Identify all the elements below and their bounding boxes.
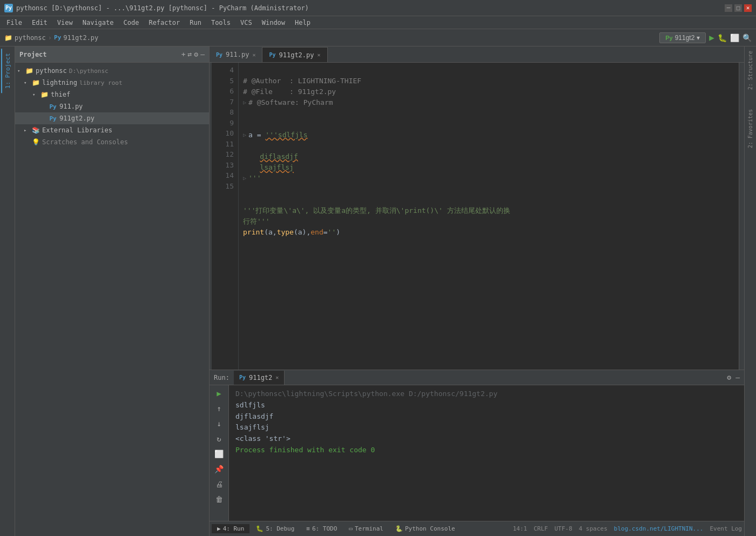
tree-item-911gt2py[interactable]: ▸ Py 911gt2.py — [15, 112, 209, 124]
scratches-icon: 💡 — [31, 138, 40, 146]
menu-run[interactable]: Run — [185, 18, 206, 28]
tab-todo[interactable]: ≡ 6: TODO — [301, 524, 342, 533]
left-strip: 1: Project — [0, 46, 15, 536]
breadcrumb: 📁 pythonsc › Py 911gt2.py — [4, 34, 657, 42]
line-ending[interactable]: CRLF — [534, 525, 548, 532]
branch-link[interactable]: blog.csdn.net/LIGHTNIN... — [614, 525, 704, 532]
run-scroll-down-button[interactable]: ↓ — [213, 418, 225, 430]
fold-icon-8[interactable]: ▷ — [243, 130, 246, 140]
menu-vcs[interactable]: VCS — [236, 18, 256, 28]
run-tab-py-icon: Py — [239, 374, 246, 380]
menu-edit[interactable]: Edit — [28, 18, 52, 28]
tree-item-pythonsc[interactable]: ▾ 📁 pythonsc D:\pythonsc — [15, 65, 209, 77]
tab-close-911gt2[interactable]: ✕ — [318, 52, 321, 58]
menu-tools[interactable]: Tools — [207, 18, 235, 28]
code-editor: 4 5 6 7 8 9 10 11 12 13 14 15 # @Author … — [210, 63, 744, 370]
file-tree: ▾ 📁 pythonsc D:\pythonsc ▾ 📁 lightning l… — [15, 63, 209, 536]
tree-item-external-libs[interactable]: ▸ 📚 External Libraries — [15, 124, 209, 136]
run-toolbar: ▶ ↑ ↓ ↻ ⬜ 📌 🖨 🗑 — [210, 385, 229, 521]
menu-view[interactable]: View — [53, 18, 77, 28]
cursor-position[interactable]: 14:1 — [513, 525, 528, 532]
run-stop-button[interactable]: ⬜ — [213, 448, 225, 460]
add-directory-icon[interactable]: + — [181, 50, 186, 58]
status-bar: 14:1 CRLF UTF-8 4 spaces blog.csdn.net/L… — [513, 525, 742, 532]
tree-arrow-thief: ▾ — [32, 92, 39, 97]
tab-run[interactable]: ▶ 4: Run — [212, 524, 249, 533]
run-print-button[interactable]: 🖨 — [213, 478, 225, 490]
fold-icon-11[interactable]: ▷ — [243, 173, 246, 184]
event-log[interactable]: Event Log — [710, 525, 742, 532]
structure-strip-tab[interactable]: 2: Structure — [746, 46, 754, 94]
sync-icon[interactable]: ⇄ — [188, 50, 192, 58]
run-close-button[interactable]: 🗑 — [213, 493, 225, 505]
menu-file[interactable]: File — [2, 18, 26, 28]
tab-911gt2py[interactable]: Py 911gt2.py ✕ — [262, 47, 327, 62]
toolbar-right: Py 911gt2 ▾ ▶ 🐛 ⬜ 🔍 — [659, 32, 752, 43]
indent[interactable]: 4 spaces — [579, 525, 608, 532]
editor-scrollbar[interactable] — [739, 63, 744, 370]
run-play-button[interactable]: ▶ — [213, 387, 225, 399]
breadcrumb-file[interactable]: 911gt2.py — [63, 34, 98, 42]
python-console-icon: 🐍 — [395, 525, 403, 532]
maximize-button[interactable]: □ — [734, 4, 742, 12]
tab-python-console[interactable]: 🐍 Python Console — [390, 524, 461, 533]
tab-debug[interactable]: 🐛 5: Debug — [251, 524, 300, 533]
project-panel-title: Project — [19, 51, 47, 58]
run-config-chevron: ▾ — [697, 34, 700, 42]
fold-icon-6[interactable]: ▷ — [243, 97, 246, 108]
tab-icon-911gt2: Py — [269, 52, 275, 58]
output-line-1: sdlfjls — [235, 400, 738, 411]
tree-arrow-external-libs: ▸ — [24, 128, 30, 133]
tree-item-lightning[interactable]: ▾ 📁 lightning library root — [15, 77, 209, 89]
minimize-button[interactable]: ─ — [725, 4, 732, 12]
project-header: Project + ⇄ ⚙ — — [15, 46, 209, 63]
run-settings-icon[interactable]: ⚙ — [727, 373, 731, 381]
settings-icon[interactable]: ⚙ — [194, 50, 198, 58]
encoding[interactable]: UTF-8 — [555, 525, 572, 532]
code-content[interactable]: # @Author : LIGHTNING-THIEF # @File : 91… — [239, 63, 739, 370]
menu-code[interactable]: Code — [119, 18, 144, 28]
run-minimize-icon[interactable]: — — [735, 373, 740, 381]
code-line-7 — [243, 120, 247, 128]
tab-label-911gt2: 911gt2.py — [279, 51, 314, 59]
breadcrumb-project[interactable]: pythonsc — [15, 34, 46, 42]
menu-refactor[interactable]: Refactor — [144, 18, 184, 28]
stop-button[interactable]: ⬜ — [730, 34, 739, 42]
bottom-panel: Run: Py 911gt2 ✕ ⚙ — ▶ ↑ ↓ ↻ — [210, 370, 744, 521]
favorites-strip-tab[interactable]: 2: Favorites — [746, 105, 754, 152]
run-scroll-up-button[interactable]: ↑ — [213, 403, 225, 414]
run-pin-button[interactable]: 📌 — [213, 463, 225, 475]
debug-button[interactable]: 🐛 — [718, 34, 727, 42]
menu-navigate[interactable]: Navigate — [78, 18, 118, 28]
title-left: Py pythonsc [D:\pythonsc] - ...\911gt2.p… — [4, 4, 309, 12]
output-line-5: Process finished with exit code 0 — [235, 445, 738, 456]
run-config-button[interactable]: Py 911gt2 ▾ — [659, 32, 706, 43]
run-active-tab[interactable]: Py 911gt2 ✕ — [234, 371, 285, 385]
breadcrumb-file-icon: Py — [54, 34, 61, 41]
close-button[interactable]: ✕ — [744, 4, 752, 12]
app-icon: Py — [4, 4, 13, 12]
run-tab-close-icon[interactable]: ✕ — [275, 374, 279, 380]
project-strip-tab[interactable]: 1: Project — [1, 49, 14, 93]
code-line-15: print(a,type(a),end='') — [243, 228, 340, 236]
tree-label-lightning: lightning — [42, 79, 77, 86]
tree-item-911py[interactable]: ▸ Py 911.py — [15, 100, 209, 112]
code-line-13: '''打印变量\'a\', 以及变量a的类型, 并取消\'print()\' 方… — [243, 206, 510, 215]
tree-item-thief[interactable]: ▾ 📁 thief — [15, 89, 209, 100]
external-libs-icon: 📚 — [31, 126, 40, 135]
menu-window[interactable]: Window — [258, 18, 289, 28]
tree-item-scratches[interactable]: ▸ 💡 Scratches and Consoles — [15, 136, 209, 148]
tab-terminal[interactable]: ▭ Terminal — [343, 524, 389, 533]
toolbar: 📁 pythonsc › Py 911gt2.py Py 911gt2 ▾ ▶ … — [0, 29, 756, 46]
run-tab-bar: Run: Py 911gt2 ✕ ⚙ — — [210, 370, 744, 385]
code-line-14: 行符''' — [243, 217, 269, 225]
tree-label-911gt2py: 911gt2.py — [59, 115, 94, 122]
search-button[interactable]: 🔍 — [742, 34, 752, 42]
run-rerun-button[interactable]: ↻ — [213, 433, 225, 445]
close-panel-icon[interactable]: — — [200, 50, 205, 58]
menu-help[interactable]: Help — [291, 18, 315, 28]
tab-close-911[interactable]: ✕ — [252, 52, 255, 58]
run-button[interactable]: ▶ — [709, 32, 714, 43]
breadcrumb-folder-icon: 📁 — [4, 34, 12, 42]
tab-911py[interactable]: Py 911.py ✕ — [210, 47, 262, 62]
